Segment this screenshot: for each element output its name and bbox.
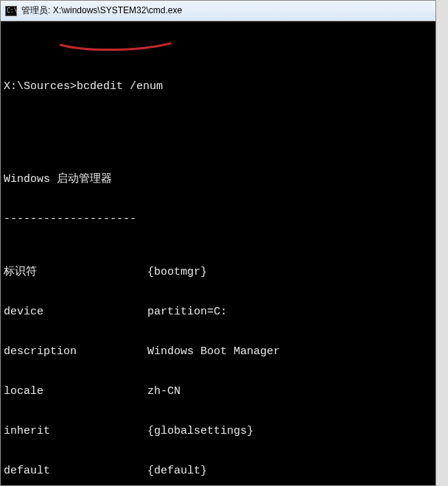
val: {globalsettings} [147, 425, 253, 438]
annotation-underline [60, 40, 174, 55]
cmd-icon: C:\ [5, 6, 17, 16]
key: description [4, 345, 147, 359]
section-rule: -------------------- [4, 213, 433, 226]
row-default: default{default} [4, 465, 433, 478]
val: {bootmgr} [147, 266, 207, 279]
key: locale [4, 385, 147, 398]
section-boot-manager-title: Windows 启动管理器 [4, 173, 433, 186]
val: zh-CN [147, 385, 181, 398]
key: inherit [4, 425, 147, 438]
row-identifier: 标识符{bootmgr} [4, 266, 433, 279]
row-locale: localezh-CN [4, 385, 433, 398]
val: Windows Boot Manager [147, 345, 280, 359]
titlebar[interactable]: C:\ 管理员: X:\windows\SYSTEM32\cmd.exe [1, 1, 435, 21]
val: partition=C: [147, 306, 227, 319]
row-description: descriptionWindows Boot Manager [4, 345, 433, 359]
terminal-area[interactable]: X:\Sources>bcdedit /enum Windows 启动管理器 -… [1, 21, 435, 485]
blank-line [4, 120, 433, 133]
key: default [4, 465, 147, 478]
prompt-path: X:\Sources> [4, 80, 77, 93]
key: device [4, 306, 147, 319]
cmd-window: C:\ 管理员: X:\windows\SYSTEM32\cmd.exe X:\… [0, 0, 436, 486]
row-inherit: inherit{globalsettings} [4, 425, 433, 438]
row-device: devicepartition=C: [4, 306, 433, 319]
val: {default} [147, 465, 207, 478]
prompt-line: X:\Sources>bcdedit /enum [4, 80, 433, 94]
command-text: bcdedit /enum [77, 80, 163, 93]
key: 标识符 [4, 266, 147, 279]
window-title: 管理员: X:\windows\SYSTEM32\cmd.exe [21, 4, 182, 17]
